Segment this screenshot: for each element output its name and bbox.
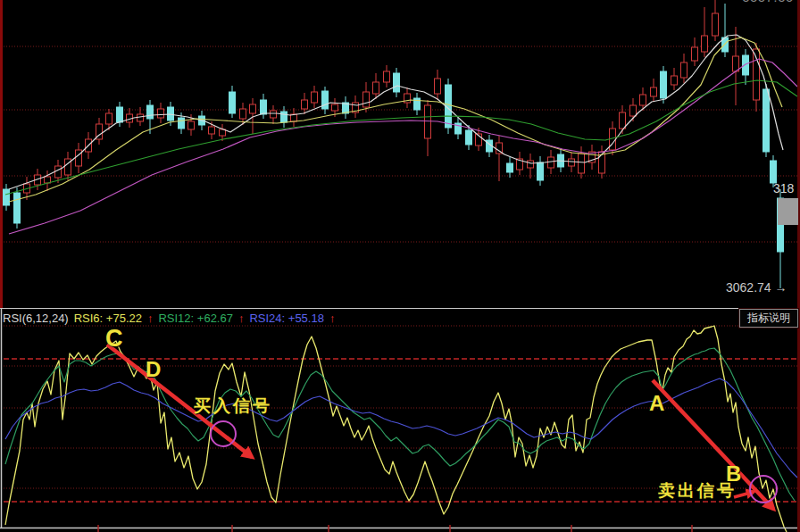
rsi6-value-label: RSI6: +75.22 xyxy=(74,312,142,325)
low-price-marker: 3062.74 → xyxy=(726,280,788,295)
up-arrow-icon: ↑ xyxy=(238,312,245,325)
annotation-letter-d: D xyxy=(146,357,161,382)
annotation-letter-c: C xyxy=(105,325,123,353)
right-edge-slider-thumb[interactable] xyxy=(778,198,798,225)
clipped-high-price-label: 3337.35 xyxy=(742,0,794,4)
up-arrow-icon: ↑ xyxy=(147,312,154,325)
trading-chart-window: 3337.35 318 3062.74 → RSI(6,12,24) RSI6:… xyxy=(0,0,800,532)
rsi12-value-label: RSI12: +62.67 xyxy=(158,312,232,325)
indicator-help-button[interactable]: 指标说明 xyxy=(739,309,798,328)
right-price-label: 318 xyxy=(773,181,794,195)
arrow-right-icon: → xyxy=(775,280,788,295)
sell-signal-label: 卖出信号 xyxy=(658,479,737,503)
up-arrow-icon: ↑ xyxy=(329,312,336,325)
buy-signal-label: 买入信号 xyxy=(194,395,272,418)
candlestick-panel[interactable] xyxy=(0,0,800,308)
rsi-header: RSI(6,12,24) RSI6: +75.22 ↑ RSI12: +62.6… xyxy=(3,312,335,325)
annotation-letter-a: A xyxy=(649,391,664,416)
rsi-params-label: RSI(6,12,24) xyxy=(3,312,69,325)
rsi24-value-label: RSI24: +55.18 xyxy=(249,312,323,325)
